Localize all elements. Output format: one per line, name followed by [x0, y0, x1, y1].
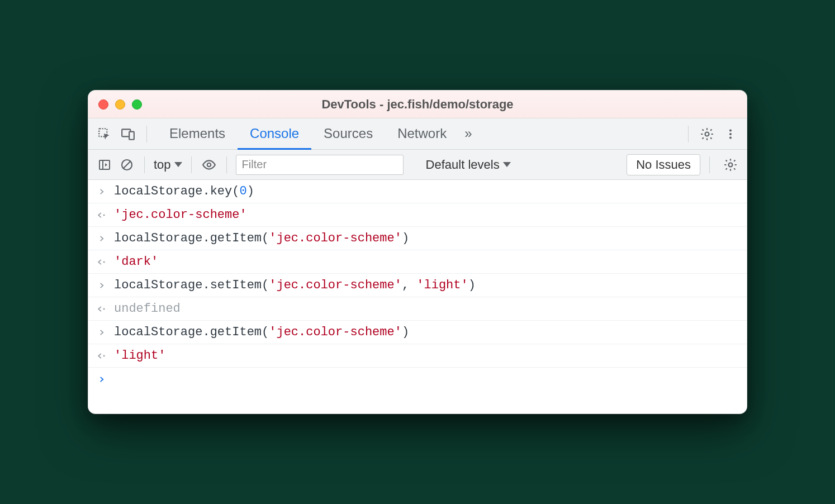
input-chevron-icon [96, 282, 107, 289]
chevron-down-icon [503, 162, 511, 167]
code-text: localStorage.getItem('jec.color-scheme') [114, 232, 409, 245]
console-input-row: localStorage.setItem('jec.color-scheme',… [88, 274, 747, 297]
divider [191, 156, 192, 173]
code-text: localStorage.getItem('jec.color-scheme') [114, 326, 409, 339]
svg-point-15 [103, 308, 105, 310]
minimize-icon[interactable] [115, 99, 125, 110]
toggle-sidebar-icon[interactable] [96, 156, 113, 173]
input-chevron-icon [96, 188, 107, 196]
clear-console-icon[interactable] [118, 156, 135, 173]
svg-point-13 [103, 214, 105, 216]
tab-elements[interactable]: Elements [157, 118, 238, 150]
divider [226, 156, 227, 173]
console-output-row: 'light' [88, 344, 747, 368]
tab-sources[interactable]: Sources [311, 118, 385, 150]
prompt-chevron-icon [96, 375, 107, 383]
console-settings-icon[interactable] [722, 156, 739, 173]
device-toolbar-icon[interactable] [120, 126, 136, 142]
tab-network[interactable]: Network [385, 118, 459, 150]
console-toolbar: top Default levels No Issues [88, 150, 747, 180]
divider [688, 126, 689, 142]
console-input-row: localStorage.getItem('jec.color-scheme') [88, 321, 747, 344]
context-label: top [154, 158, 171, 172]
fullscreen-icon[interactable] [132, 99, 142, 110]
svg-point-3 [705, 132, 709, 136]
svg-point-5 [729, 132, 732, 135]
window-title: DevTools - jec.fish/demo/storage [321, 97, 513, 112]
live-expression-icon[interactable] [201, 156, 217, 173]
divider [144, 156, 145, 173]
settings-icon[interactable] [699, 126, 715, 142]
svg-rect-7 [99, 160, 110, 169]
output-chevron-icon [96, 258, 107, 266]
console-input-row: localStorage.getItem('jec.color-scheme') [88, 227, 747, 250]
console-output-row: 'jec.color-scheme' [88, 203, 747, 227]
svg-point-16 [103, 355, 105, 356]
console-output-row: 'dark' [88, 250, 747, 274]
panel-tabs: Elements Console Sources Network » [157, 118, 478, 149]
context-selector[interactable]: top [154, 158, 182, 172]
code-text: undefined [114, 303, 181, 315]
issues-button[interactable]: No Issues [627, 154, 700, 175]
console-input-row: localStorage.key(0) [88, 180, 747, 203]
svg-rect-2 [129, 131, 134, 139]
more-menu-icon[interactable] [722, 126, 739, 142]
close-icon[interactable] [98, 99, 108, 110]
code-text: localStorage.setItem('jec.color-scheme',… [114, 279, 476, 292]
code-text: 'jec.color-scheme' [114, 209, 247, 221]
console-prompt-row[interactable] [88, 368, 747, 391]
input-chevron-icon [96, 329, 107, 336]
svg-point-6 [729, 136, 732, 139]
svg-point-11 [207, 163, 211, 167]
output-chevron-icon [96, 305, 107, 313]
filter-input[interactable] [236, 155, 404, 175]
tab-console[interactable]: Console [238, 118, 311, 150]
chevron-down-icon [174, 162, 182, 167]
inspect-element-icon[interactable] [96, 126, 113, 142]
code-text: 'dark' [114, 256, 158, 268]
svg-point-4 [729, 129, 732, 131]
svg-point-14 [103, 261, 105, 263]
code-text: 'light' [114, 350, 165, 362]
input-chevron-icon [96, 235, 107, 243]
divider [709, 156, 710, 173]
divider [146, 126, 147, 142]
console-output[interactable]: localStorage.key(0)'jec.color-scheme'loc… [88, 180, 747, 391]
console-output-row: undefined [88, 297, 747, 321]
code-text: localStorage.key(0) [114, 186, 254, 198]
main-toolbar: Elements Console Sources Network » [88, 118, 747, 150]
devtools-window: DevTools - jec.fish/demo/storage Element… [88, 90, 747, 414]
log-levels-label: Default levels [426, 158, 500, 172]
svg-point-12 [729, 163, 733, 167]
traffic-lights [98, 99, 142, 110]
output-chevron-icon [96, 352, 107, 360]
svg-line-10 [124, 161, 130, 168]
titlebar: DevTools - jec.fish/demo/storage [88, 91, 747, 118]
output-chevron-icon [96, 211, 107, 219]
log-levels-selector[interactable]: Default levels [426, 158, 511, 172]
tabs-overflow-button[interactable]: » [459, 118, 477, 150]
